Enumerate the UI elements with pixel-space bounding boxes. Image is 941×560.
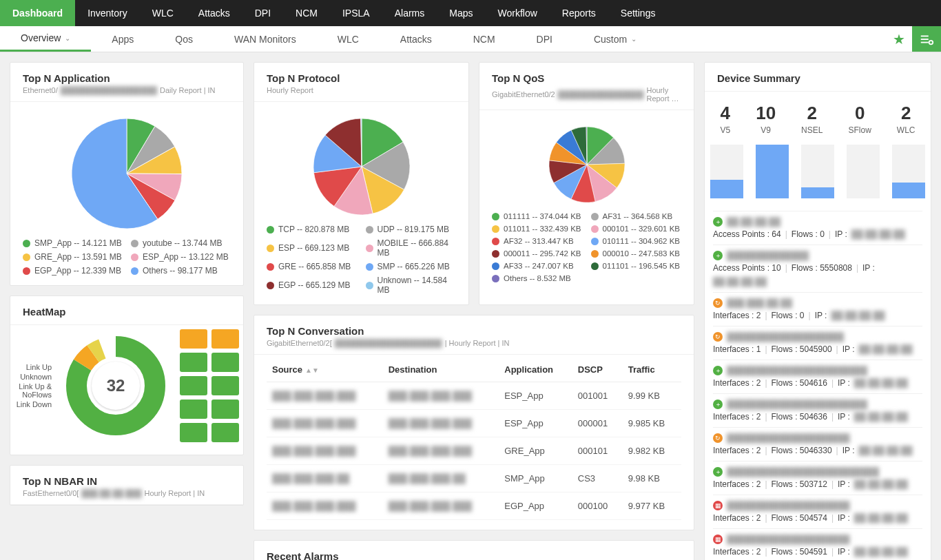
topnav-settings[interactable]: Settings bbox=[608, 0, 668, 26]
device-bar-wlc[interactable] bbox=[892, 145, 925, 198]
device-item[interactable]: ＋████████████████████████Interfaces : 2|… bbox=[713, 393, 922, 427]
subnav-attacks[interactable]: Attacks bbox=[380, 26, 453, 52]
favorite-star-icon[interactable]: ★ bbox=[886, 26, 912, 52]
hm-label-linkup: Link Up bbox=[14, 363, 52, 371]
subnav-apps[interactable]: Apps bbox=[91, 26, 154, 52]
device-item[interactable]: ↻████████████████████Interfaces : 1|Flow… bbox=[713, 326, 922, 360]
col-destination[interactable]: Destination bbox=[383, 357, 499, 382]
legend-item[interactable]: SMP -- 665.226 MB bbox=[366, 262, 457, 271]
device-bars-chart[interactable] bbox=[705, 135, 931, 211]
legend-item[interactable]: SMP_App -- 14.121 MB bbox=[23, 238, 123, 248]
subnav-wan-monitors[interactable]: WAN Monitors bbox=[214, 26, 317, 52]
heatmap-cell[interactable] bbox=[211, 423, 239, 442]
topnav-ncm[interactable]: NCM bbox=[283, 0, 330, 26]
col-traffic[interactable]: Traffic bbox=[623, 357, 681, 382]
legend-item[interactable]: AF31 -- 364.568 KB bbox=[591, 212, 682, 220]
device-item[interactable]: ↻███.███.██.██Interfaces : 2|Flows : 0|I… bbox=[713, 292, 922, 326]
device-count-nsel[interactable]: 2NSEL bbox=[801, 103, 823, 135]
legend-item[interactable]: ESP -- 669.123 MB bbox=[267, 238, 358, 258]
legend-item[interactable]: ESP_App -- 13.122 MB bbox=[131, 252, 231, 262]
device-item[interactable]: ▦█████████████████████Interfaces : 2|Flo… bbox=[713, 495, 922, 528]
device-item[interactable]: ＋██.██.██.██Access Points : 64|Flows : 0… bbox=[713, 211, 922, 245]
device-bar-v5[interactable] bbox=[710, 145, 743, 198]
legend-item[interactable]: 000010 -- 247.583 KB bbox=[591, 249, 682, 258]
legend-item[interactable]: youtube -- 13.744 MB bbox=[131, 238, 231, 248]
device-item[interactable]: ↻█████████████████████Interfaces : 2|Flo… bbox=[713, 427, 922, 461]
device-bar-v9[interactable] bbox=[756, 145, 789, 198]
legend-item[interactable]: AF32 -- 313.447 KB bbox=[492, 237, 583, 245]
device-count-wlc[interactable]: 2WLC bbox=[897, 103, 916, 135]
hm-label-linkup-noflows: Link Up & NoFlows bbox=[14, 382, 52, 399]
device-item[interactable]: ▦█████████████████████Interfaces : 2|Flo… bbox=[713, 528, 922, 560]
legend-item[interactable]: 000011 -- 295.742 KB bbox=[492, 249, 583, 258]
table-row[interactable]: ███.███.███.██████.███.███.███ESP_App001… bbox=[267, 382, 681, 410]
table-row[interactable]: ███.███.███.██████.███.███.███ESP_App000… bbox=[267, 410, 681, 437]
pie-chart-application[interactable] bbox=[23, 112, 231, 238]
device-bar-nsel[interactable] bbox=[801, 145, 834, 198]
legend-item[interactable]: Others -- 8.532 MB bbox=[492, 274, 583, 282]
heatmap-cell[interactable] bbox=[180, 353, 207, 372]
topnav-workflow[interactable]: Workflow bbox=[485, 0, 549, 26]
add-widget-button[interactable] bbox=[912, 26, 941, 52]
subnav-dpi[interactable]: DPI bbox=[516, 26, 573, 52]
device-count-v9[interactable]: 10V9 bbox=[756, 103, 776, 135]
pie-chart-protocol[interactable] bbox=[267, 112, 456, 225]
subnav-qos[interactable]: Qos bbox=[154, 26, 214, 52]
chevron-down-icon: ⌄ bbox=[65, 34, 70, 42]
heatmap-cell[interactable] bbox=[180, 400, 207, 419]
heatmap-cell[interactable] bbox=[211, 400, 239, 419]
topnav-dpi[interactable]: DPI bbox=[242, 0, 283, 26]
table-row[interactable]: ███.███.███.██████.███.███.███GRE_App000… bbox=[267, 437, 681, 465]
subnav-overview[interactable]: Overview⌄ bbox=[0, 26, 91, 52]
heatmap-cell[interactable] bbox=[211, 353, 239, 372]
legend-item[interactable]: EGP_App -- 12.339 MB bbox=[23, 266, 123, 276]
legend-item[interactable]: TCP -- 820.878 MB bbox=[267, 225, 358, 234]
legend-item[interactable]: 011111 -- 374.044 KB bbox=[492, 212, 583, 220]
legend-label: AF31 -- 364.568 KB bbox=[603, 212, 673, 220]
legend-item[interactable]: GRE -- 665.858 MB bbox=[267, 262, 358, 271]
topnav-dashboard[interactable]: Dashboard bbox=[0, 0, 75, 26]
topnav-alarms[interactable]: Alarms bbox=[382, 0, 437, 26]
heatmap-cell[interactable] bbox=[180, 423, 207, 442]
heatmap-cell[interactable] bbox=[211, 376, 239, 395]
heatmap-cell[interactable] bbox=[211, 329, 239, 349]
legend-item[interactable]: MOBILE -- 666.884 MB bbox=[366, 238, 457, 258]
device-count-sflow[interactable]: 0SFlow bbox=[848, 103, 871, 135]
legend-item[interactable]: Unknown -- 14.584 MB bbox=[366, 276, 457, 295]
topnav-inventory[interactable]: Inventory bbox=[75, 0, 140, 26]
heatmap-grid[interactable] bbox=[180, 329, 239, 442]
col-source[interactable]: Source▲▼ bbox=[267, 357, 383, 382]
device-stat: IP : bbox=[842, 446, 855, 455]
legend-item[interactable]: 010111 -- 304.962 KB bbox=[591, 237, 682, 245]
device-item[interactable]: ＋████████████████████████Interfaces : 2|… bbox=[713, 360, 922, 393]
legend-item[interactable]: EGP -- 665.129 MB bbox=[267, 276, 358, 295]
legend-item[interactable]: 011011 -- 332.439 KB bbox=[492, 225, 583, 233]
legend-item[interactable]: GRE_App -- 13.591 MB bbox=[23, 252, 123, 262]
legend-item[interactable]: AF33 -- 247.007 KB bbox=[492, 262, 583, 270]
topnav-attacks[interactable]: Attacks bbox=[186, 0, 242, 26]
subnav-wlc[interactable]: WLC bbox=[317, 26, 380, 52]
device-count-v5[interactable]: 4V5 bbox=[721, 103, 731, 135]
subnav-ncm[interactable]: NCM bbox=[453, 26, 516, 52]
legend-item[interactable]: 011101 -- 196.545 KB bbox=[591, 262, 682, 270]
heatmap-cell[interactable] bbox=[180, 376, 207, 395]
col-dscp[interactable]: DSCP bbox=[572, 357, 623, 382]
topnav-maps[interactable]: Maps bbox=[437, 0, 485, 26]
legend-item[interactable]: Others -- 98.177 MB bbox=[131, 266, 231, 276]
table-row[interactable]: ███.███.███.█████.███.███.██SMP_AppCS39.… bbox=[267, 465, 681, 492]
cell-source: ███.███.███.███ bbox=[272, 418, 355, 428]
legend-item[interactable]: 000101 -- 329.601 KB bbox=[591, 225, 682, 233]
heatmap-cell[interactable] bbox=[180, 329, 207, 349]
table-row[interactable]: ███.███.███.██████.███.███.███EGP_App000… bbox=[267, 492, 681, 520]
pie-chart-qos[interactable] bbox=[492, 120, 681, 212]
topnav-ipsla[interactable]: IPSLA bbox=[330, 0, 382, 26]
col-application[interactable]: Application bbox=[499, 357, 572, 382]
device-item[interactable]: ＋██████████████Access Points : 10|Flows … bbox=[713, 245, 922, 292]
legend-item[interactable]: UDP -- 819.175 MB bbox=[366, 225, 457, 234]
heatmap-donut[interactable]: 32 bbox=[64, 334, 167, 437]
subnav-custom[interactable]: Custom⌄ bbox=[573, 26, 657, 52]
topnav-wlc[interactable]: WLC bbox=[140, 0, 186, 26]
device-item[interactable]: ＋██████████████████████████Interfaces : … bbox=[713, 461, 922, 495]
topnav-reports[interactable]: Reports bbox=[550, 0, 608, 26]
device-bar-sflow[interactable] bbox=[847, 145, 880, 198]
